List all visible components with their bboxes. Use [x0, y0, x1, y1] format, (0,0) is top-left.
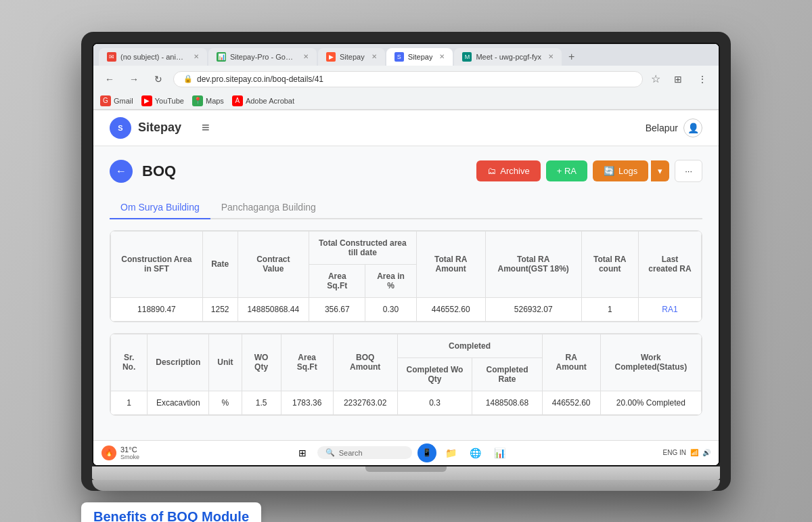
weather-temp: 31°C [120, 445, 139, 454]
col-completed-rate: Completed Rate [472, 357, 542, 391]
taskbar-chrome[interactable]: 🌐 [466, 443, 485, 462]
page-header: ← BOQ 🗂 Archive + RA [110, 160, 702, 183]
tab-gmail[interactable]: ✉ (no subject) - aniket@si... ✕ [99, 48, 207, 66]
tab-close-sitepay-active[interactable]: ✕ [439, 53, 445, 60]
logs-label: Logs [618, 166, 637, 176]
ra-button[interactable]: + RA [546, 160, 587, 181]
title-row: ← BOQ [110, 160, 176, 183]
tab-label-sitepay-active: Sitepay [408, 53, 433, 61]
browser-tabs: ✉ (no subject) - aniket@si... ✕ 📊 Sitepa… [93, 44, 719, 66]
col-total-ra-gst: Total RA Amount(GST 18%) [485, 231, 581, 297]
col-completed: Completed [397, 334, 542, 357]
tab-close-sheets[interactable]: ✕ [303, 53, 309, 60]
tab-panchaganga-label: Panchaganga Building [221, 202, 316, 213]
col-area-sqft: Area Sq.Ft [309, 264, 365, 297]
summary-row: 118890.47 1252 148850868.44 356.67 0.30 … [111, 297, 702, 321]
weather-icon: 🔥 [102, 445, 116, 460]
laptop-stand [92, 480, 720, 491]
detail-table: Sr. No. Description Unit WO Qty Area Sq.… [110, 334, 702, 415]
app-logo: S Sitepay ≡ [110, 117, 210, 139]
tab-om-surya[interactable]: Om Surya Building [110, 196, 210, 219]
ext-youtube-label: YouTube [155, 97, 184, 105]
bottom-label: Benefits of BOQ Module [81, 502, 261, 523]
page-tabs: Om Surya Building Panchaganga Building [110, 196, 702, 219]
logs-icon: 🔄 [604, 166, 614, 176]
hamburger-menu[interactable]: ≡ [202, 120, 210, 135]
taskbar: 🔥 31°C Smoke ⊞ 🔍 Search 📱 📁 [93, 440, 719, 465]
cell-area-1: 1783.36 [281, 391, 333, 414]
logs-button[interactable]: 🔄 Logs [593, 160, 648, 181]
cell-boq-1: 2232763.02 [333, 391, 397, 414]
logs-dropdown-button[interactable]: ▾ [651, 160, 669, 181]
extensions-button[interactable]: ⊞ [669, 70, 687, 89]
laptop-base [92, 466, 720, 480]
tab-sheets[interactable]: 📊 Sitepay-Pro - Google Sh... ✕ [208, 48, 317, 66]
cell-wo-qty-1: 1.5 [242, 391, 281, 414]
tab-close-gmail[interactable]: ✕ [194, 53, 199, 60]
col-status: Work Completed(Status) [600, 334, 701, 391]
cell-contract-value: 148850868.44 [238, 297, 309, 321]
search-icon: 🔍 [325, 448, 335, 457]
bookmark-button[interactable]: ☆ [648, 70, 663, 88]
cell-ra-count: 1 [581, 297, 638, 321]
logo-icon: S [110, 117, 131, 139]
cell-rate: 1252 [202, 297, 238, 321]
wifi-icon: 📶 [690, 449, 698, 456]
back-nav-button[interactable]: ← [100, 70, 119, 89]
address-bar[interactable]: 🔒 dev.pro.sitepay.co.in/boq-details/41 [173, 71, 643, 87]
action-buttons: 🗂 Archive + RA 🔄 Logs ▾ ··· [476, 160, 702, 182]
col-description: Description [148, 334, 209, 391]
lock-icon: 🔒 [183, 74, 193, 83]
ext-acrobat[interactable]: A Adobe Acrobat [232, 95, 294, 106]
cell-ra-amount-1: 446552.60 [542, 391, 600, 414]
forward-nav-button[interactable]: → [125, 70, 143, 89]
col-area-pct: Area in % [365, 264, 416, 297]
tab-meet[interactable]: M Meet - uwg-pcgf-fyx ✕ [454, 48, 562, 66]
cell-desc-1: Excacavtion [148, 391, 209, 414]
tab-panchaganga[interactable]: Panchaganga Building [210, 196, 327, 219]
taskbar-files[interactable]: 📁 [442, 443, 461, 462]
url-text: dev.pro.sitepay.co.in/boq-details/41 [197, 74, 323, 84]
username: Belapur [646, 123, 678, 133]
cell-total-ra: 446552.60 [416, 297, 485, 321]
tab-label-sheets: Sitepay-Pro - Google Sh... [230, 53, 296, 61]
col-ra-amount: RA Amount [542, 334, 600, 391]
taskbar-right: ENG IN 📶 🔊 [663, 449, 710, 456]
page-title: BOQ [142, 162, 176, 180]
col-total-constructed: Total Constructed area till date [309, 231, 416, 264]
new-tab-button[interactable]: + [563, 48, 580, 66]
archive-label: Archive [500, 166, 529, 176]
archive-button[interactable]: 🗂 Archive [476, 160, 540, 181]
more-options-button[interactable]: ··· [675, 160, 702, 182]
ext-gmail[interactable]: G Gmail [100, 95, 133, 106]
col-boq-amount: BOQ Amount [333, 334, 397, 391]
menu-button[interactable]: ⋮ [693, 70, 712, 89]
tab-sitepay-video[interactable]: ▶ Sitepay ✕ [318, 48, 385, 66]
cell-sr-no-1: 1 [111, 391, 148, 414]
tab-om-surya-label: Om Surya Building [120, 202, 200, 213]
taskbar-excel[interactable]: 📊 [491, 443, 510, 462]
ext-maps[interactable]: 📍 Maps [192, 95, 224, 106]
col-total-ra-amount: Total RA Amount [416, 231, 485, 297]
ext-youtube[interactable]: ▶ YouTube [141, 95, 184, 106]
taskbar-lang: ENG IN [663, 449, 686, 456]
back-button[interactable]: ← [110, 160, 133, 183]
cell-area-pct: 0.30 [365, 297, 416, 321]
tab-close-sitepay-video[interactable]: ✕ [371, 53, 377, 60]
tab-close-meet[interactable]: ✕ [548, 53, 554, 60]
detail-table-container: Sr. No. Description Unit WO Qty Area Sq.… [110, 333, 702, 416]
tab-label-meet: Meet - uwg-pcgf-fyx [476, 53, 541, 61]
ext-maps-label: Maps [206, 97, 224, 105]
windows-button[interactable]: ⊞ [293, 443, 312, 462]
ext-acrobat-label: Adobe Acrobat [246, 97, 294, 105]
taskbar-left: 🔥 31°C Smoke [102, 445, 139, 460]
user-avatar-icon[interactable]: 👤 [683, 118, 702, 137]
taskbar-search[interactable]: 🔍 Search [317, 446, 412, 459]
ext-gmail-label: Gmail [114, 97, 133, 105]
cell-last-ra-link[interactable]: RA1 [638, 297, 701, 321]
taskbar-widgets[interactable]: 📱 [418, 443, 436, 462]
col-completed-wo-qty: Completed Wo Qty [397, 357, 472, 391]
tab-label-sitepay-video: Sitepay [340, 53, 365, 61]
tab-sitepay-active[interactable]: S Sitepay ✕ [386, 48, 453, 66]
reload-button[interactable]: ↻ [149, 70, 168, 89]
